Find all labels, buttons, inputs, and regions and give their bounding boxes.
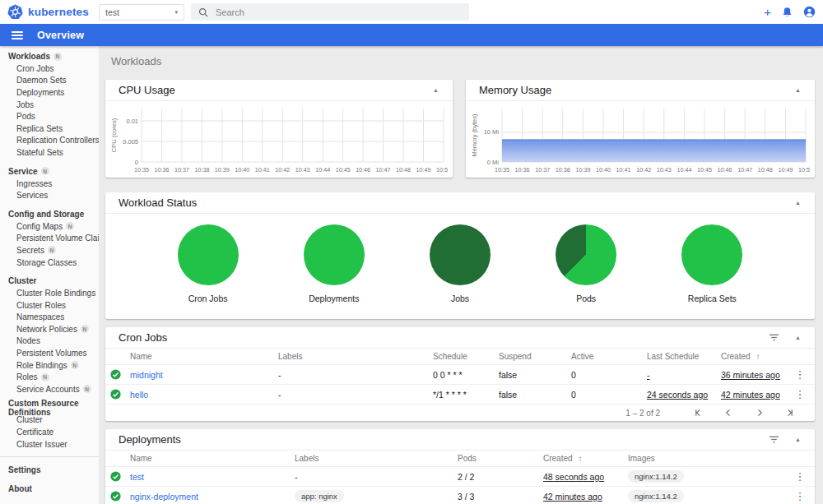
- previous-page-button[interactable]: [714, 408, 744, 418]
- svg-text:10:35: 10:35: [134, 166, 149, 173]
- memory-usage-title: Memory Usage: [479, 84, 793, 96]
- svg-text:0.005: 0.005: [123, 138, 138, 146]
- cron-jobs-title: Cron Jobs: [119, 331, 769, 344]
- row-menu-button[interactable]: ⋮: [790, 369, 810, 380]
- sidebar-item-nodes[interactable]: Nodes: [0, 335, 99, 348]
- table-row: test-2 / 248 seconds agonginx:1.14.2⋮: [105, 467, 815, 487]
- sidebar-item-ingresses[interactable]: Ingresses: [0, 178, 99, 190]
- column-header-active[interactable]: Active: [571, 352, 647, 361]
- sidebar-item-services[interactable]: Services: [0, 189, 99, 201]
- sidebar-group-custom-resource-definitions: Custom Resource Definitions: [0, 402, 99, 414]
- svg-text:10:49: 10:49: [778, 166, 793, 173]
- namespace-value: test: [105, 7, 119, 17]
- notifications-button[interactable]: [782, 7, 793, 18]
- sidebar-item-label: Certificate: [16, 428, 53, 437]
- menu-hamburger-button[interactable]: [12, 30, 23, 41]
- kubernetes-logo[interactable]: kubernetes: [7, 4, 99, 20]
- sidebar-item-persistent-volume-claims[interactable]: Persistent Volume ClaimsN: [0, 233, 99, 245]
- check-circle-icon: [110, 471, 121, 482]
- collapse-icon[interactable]: ▲: [430, 85, 441, 95]
- sidebar-item-storage-classes[interactable]: Storage Classes: [0, 257, 99, 269]
- user-menu-button[interactable]: [803, 6, 816, 18]
- column-header-labels[interactable]: Labels: [278, 352, 433, 361]
- filter-button[interactable]: [769, 332, 779, 343]
- svg-text:10:36: 10:36: [515, 166, 530, 173]
- sidebar-group-service: ServiceN: [0, 165, 99, 178]
- sidebar-item-label: Service Accounts: [16, 385, 80, 394]
- sidebar-item-cron-jobs[interactable]: Cron Jobs: [0, 62, 99, 75]
- workload-pie-deployments: Deployments: [304, 224, 365, 303]
- pagination-range: 1 – 2 of 2: [625, 409, 660, 418]
- sidebar-item-persistent-volumes[interactable]: Persistent Volumes: [0, 347, 99, 359]
- column-header-created[interactable]: Created↑: [543, 454, 628, 463]
- column-header-last-schedule[interactable]: Last Schedule: [647, 352, 721, 361]
- svg-text:CPU (cores): CPU (cores): [110, 118, 118, 152]
- svg-text:10:44: 10:44: [677, 166, 691, 173]
- sidebar-item-network-policies[interactable]: Network PoliciesN: [0, 323, 99, 335]
- next-page-button[interactable]: [744, 408, 774, 418]
- sidebar-item-label: Nodes: [16, 336, 40, 345]
- deployments-table: NameLabelsPodsCreated↑Imagestest-2 / 248…: [105, 451, 815, 504]
- filter-button[interactable]: [769, 434, 779, 445]
- sidebar-item-replication-controllers[interactable]: Replication Controllers: [0, 135, 99, 147]
- column-header-schedule[interactable]: Schedule: [433, 352, 499, 361]
- column-header-pods[interactable]: Pods: [458, 454, 543, 463]
- row-menu-button[interactable]: ⋮: [790, 471, 810, 482]
- sidebar-item-cluster-roles[interactable]: Cluster Roles: [0, 299, 99, 312]
- sidebar-item-replica-sets[interactable]: Replica Sets: [0, 123, 99, 135]
- sidebar-item-config-maps[interactable]: Config MapsN: [0, 220, 99, 233]
- sidebar-item-cluster-issuer[interactable]: Cluster Issuer: [0, 438, 99, 451]
- sidebar-item-secrets[interactable]: SecretsN: [0, 244, 99, 257]
- search-input[interactable]: [216, 7, 430, 17]
- column-header-labels[interactable]: Labels: [295, 454, 458, 463]
- sidebar-item-pods[interactable]: Pods: [0, 110, 99, 123]
- bell-icon: [782, 7, 793, 18]
- sidebar-item-roles[interactable]: RolesN: [0, 371, 99, 383]
- collapse-icon[interactable]: ▲: [793, 434, 803, 445]
- sidebar-item-stateful-sets[interactable]: Stateful Sets: [0, 146, 99, 159]
- column-header-images[interactable]: Images: [628, 454, 790, 463]
- collapse-icon[interactable]: ▲: [793, 197, 803, 208]
- sidebar-item-service-accounts[interactable]: Service AccountsN: [0, 383, 99, 395]
- column-header-created[interactable]: Created↑: [721, 352, 790, 361]
- sidebar-item-role-bindings[interactable]: Role BindingsN: [0, 359, 99, 372]
- first-page-button[interactable]: [683, 408, 714, 418]
- pie-label: Jobs: [451, 294, 469, 303]
- cell-value: 2 / 2: [458, 472, 543, 482]
- row-menu-button[interactable]: ⋮: [790, 389, 810, 400]
- sidebar-item-namespaces[interactable]: Namespaces: [0, 312, 99, 324]
- sidebar-item-label: Roles: [16, 372, 38, 381]
- sidebar-item-label: Cluster Role Bindings: [16, 289, 95, 298]
- sidebar-item-deployments[interactable]: Deployments: [0, 86, 99, 99]
- create-resource-button[interactable]: +: [764, 6, 771, 18]
- relative-time: 36 minutes ago: [721, 370, 780, 380]
- workload-status-pies: Cron JobsDeploymentsJobsPodsReplica Sets: [105, 214, 815, 303]
- collapse-icon[interactable]: ▲: [793, 85, 803, 95]
- pie-chart: [556, 224, 616, 285]
- sidebar-item-certificate[interactable]: Certificate: [0, 426, 99, 438]
- column-header-name[interactable]: Name: [130, 454, 295, 463]
- label-chip: app: nginx: [295, 490, 344, 502]
- cell-value: -: [278, 370, 433, 380]
- resource-link[interactable]: test: [130, 472, 295, 482]
- sidebar-group-about: About: [0, 483, 99, 495]
- svg-text:10:41: 10:41: [255, 166, 270, 173]
- row-menu-button[interactable]: ⋮: [790, 491, 810, 502]
- workload-pie-replica-sets: Replica Sets: [681, 224, 742, 303]
- svg-text:10:47: 10:47: [376, 166, 391, 173]
- resource-link[interactable]: nginx-deployment: [130, 492, 295, 502]
- column-header-suspend[interactable]: Suspend: [499, 352, 571, 361]
- namespace-selector[interactable]: test ▾: [99, 4, 184, 21]
- sidebar-group-label: Config and Storage: [8, 210, 84, 219]
- resource-link[interactable]: midnight: [130, 370, 278, 380]
- search-bar[interactable]: [191, 3, 469, 21]
- sidebar-item-jobs[interactable]: Jobs: [0, 99, 99, 111]
- resource-link[interactable]: hello: [130, 390, 278, 400]
- collapse-icon[interactable]: ▲: [793, 332, 803, 343]
- sidebar-item-cluster-role-bindings[interactable]: Cluster Role Bindings: [0, 287, 99, 299]
- sidebar-item-label: Daemon Sets: [16, 76, 67, 85]
- table-row: hello-*/1 * * * *false024 seconds ago42 …: [105, 385, 815, 405]
- column-header-name[interactable]: Name: [130, 352, 278, 361]
- sidebar-item-daemon-sets[interactable]: Daemon Sets: [0, 75, 99, 87]
- last-page-button[interactable]: [774, 408, 805, 418]
